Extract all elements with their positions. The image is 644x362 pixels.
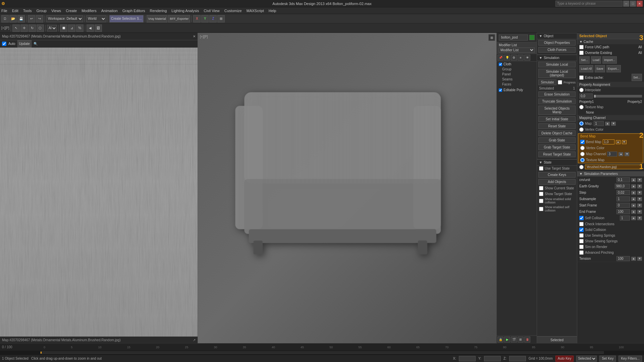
workspace-select[interactable]: Workspace: Default <box>46 15 83 22</box>
use-target-state-cb[interactable] <box>539 166 543 171</box>
key-filter-select[interactable]: Selected <box>576 356 597 362</box>
load-btn[interactable]: Load <box>591 56 601 64</box>
add-objects-btn[interactable]: Add Objects <box>538 179 576 185</box>
map-up-btn[interactable]: ▲ <box>605 122 610 126</box>
menu-create[interactable]: Create <box>66 9 77 13</box>
tension-value[interactable] <box>616 256 630 261</box>
select-object-btn[interactable]: ↖ <box>12 24 20 32</box>
truncate-sim-btn[interactable]: Truncate Simulation <box>538 99 576 104</box>
show-current-state-cb[interactable] <box>539 186 543 190</box>
sc-up[interactable]: ▲ <box>631 216 636 220</box>
map-channel2-radio[interactable] <box>580 152 585 156</box>
object-name-input[interactable] <box>499 35 528 41</box>
color-swatch[interactable] <box>529 35 535 40</box>
gravity-value[interactable] <box>615 184 630 189</box>
simulate-btn[interactable]: Simulate <box>538 79 556 85</box>
set2-btn[interactable]: Set... <box>632 74 642 81</box>
bend-map-title[interactable]: Bend Map <box>578 134 643 139</box>
show-icon[interactable]: 👁 <box>524 55 530 61</box>
texture-footer-icon[interactable]: ↗ <box>193 338 196 342</box>
mch-down-btn[interactable]: ▼ <box>625 152 629 156</box>
bend-map-cb[interactable] <box>580 140 585 144</box>
property-assignment-title[interactable]: Property Assignment <box>577 82 644 87</box>
step-down[interactable]: ▼ <box>637 191 642 195</box>
show-solid-cb[interactable] <box>539 199 543 203</box>
collapse-icon[interactable]: ▼ <box>539 34 542 38</box>
interpolate-value[interactable] <box>579 94 593 99</box>
enable-icon[interactable]: ▶ <box>504 337 510 343</box>
sub-down[interactable]: ▼ <box>637 197 642 201</box>
vp-maximize-btn[interactable]: ⊞ <box>488 34 495 41</box>
menu-views[interactable]: Views <box>51 9 61 13</box>
menu-group[interactable]: Group <box>36 9 47 13</box>
set-btn[interactable]: Set... <box>579 56 590 64</box>
simulate-local-damped-btn[interactable]: Simulate Local (damped) <box>538 69 576 78</box>
erase-sim-btn[interactable]: Erase Simulation <box>538 92 576 97</box>
start-value[interactable] <box>616 203 630 208</box>
map-value-input[interactable] <box>594 121 604 126</box>
edpoly-visibility[interactable] <box>499 88 502 92</box>
render-btn[interactable]: ◀ <box>87 24 94 32</box>
adv-pinch-cb[interactable] <box>579 250 584 255</box>
render-setup-btn[interactable]: 🖼 <box>95 24 102 32</box>
menu-edit[interactable]: Edit <box>12 9 18 13</box>
cm-down[interactable]: ▼ <box>637 178 642 182</box>
menu-maxscript[interactable]: MAXScript <box>247 9 264 13</box>
sim-on-render-cb[interactable] <box>579 245 584 249</box>
light-icon[interactable]: 💡 <box>504 55 510 61</box>
lock-icon[interactable]: 🔒 <box>497 337 503 343</box>
export-btn[interactable]: Export... <box>606 65 621 72</box>
bend-map-value[interactable] <box>603 139 614 144</box>
show-sewing-cb[interactable] <box>579 239 584 243</box>
move-btn[interactable]: ✛ <box>20 24 28 32</box>
z-coord-input[interactable] <box>509 356 526 361</box>
menu-file[interactable]: File <box>1 9 7 13</box>
map-down-btn[interactable]: ▼ <box>611 122 616 126</box>
self-collision-cb[interactable] <box>579 216 584 220</box>
undo-btn[interactable]: ↩ <box>28 15 35 22</box>
cloth-forces-btn[interactable]: Cloth Forces <box>538 47 576 53</box>
mch-up-btn[interactable]: ▲ <box>619 152 623 156</box>
x-axis-btn[interactable]: X <box>193 15 201 22</box>
update-btn[interactable]: Update <box>17 40 32 48</box>
bff-exporter-btn[interactable]: BFF_Exporter <box>168 15 190 22</box>
menu-civil-view[interactable]: Civil View <box>204 9 219 13</box>
sim-params-title[interactable]: ▼ Simulation Parameters <box>577 171 644 177</box>
cm-up[interactable]: ▲ <box>631 178 636 182</box>
texture-map2-radio[interactable] <box>580 158 585 162</box>
modifier-faces[interactable]: Faces <box>497 82 537 87</box>
menu-lighting[interactable]: Lighting Analysis <box>171 9 199 13</box>
vray-material-btn[interactable]: Vray Material <box>147 15 168 22</box>
rotate-btn[interactable]: ↻ <box>29 24 36 32</box>
modifier-group[interactable]: Group <box>497 67 537 72</box>
y-coord-input[interactable] <box>484 356 501 361</box>
open-btn[interactable]: 📂 <box>9 15 17 22</box>
progress-checkbox[interactable] <box>558 80 562 84</box>
self-col-value[interactable] <box>620 216 630 221</box>
sf-down[interactable]: ▼ <box>637 203 642 207</box>
select-btn[interactable]: Create Selection S... <box>109 15 144 22</box>
config-icon[interactable]: ⚙ <box>511 55 517 61</box>
modifier-cloth[interactable]: Cloth <box>497 62 537 67</box>
interpolate-radio[interactable] <box>579 88 584 92</box>
grav-down[interactable]: ▼ <box>637 184 642 188</box>
load-all-btn[interactable]: Load All <box>579 65 593 72</box>
modifier-panel[interactable]: Panel <box>497 72 537 77</box>
vertex-color2-radio[interactable] <box>580 146 585 150</box>
render-icon[interactable]: 🎬 <box>511 337 517 343</box>
bend-down-btn[interactable]: ▼ <box>622 140 627 144</box>
delete-object-cache-btn[interactable]: Delete Object Cache <box>538 130 576 136</box>
sc-down[interactable]: ▼ <box>637 216 642 220</box>
search-bar[interactable]: Type a keyword or phrase <box>555 1 623 7</box>
use-sewing-cb[interactable] <box>579 233 584 238</box>
auto-checkbox[interactable] <box>2 42 6 46</box>
brushed-value[interactable]: \Brushed.Random.jpg) <box>585 165 642 169</box>
x-coord-input[interactable] <box>459 356 476 361</box>
timeline-slider[interactable] <box>40 351 604 354</box>
grav-up[interactable]: ▲ <box>631 184 636 188</box>
ef-up[interactable]: ▲ <box>631 210 636 214</box>
simulate-local-btn[interactable]: Simulate Local <box>538 62 576 67</box>
create-keys-btn[interactable]: Create Keys <box>538 172 576 178</box>
z-axis-btn[interactable]: Z <box>209 15 217 22</box>
cm-value[interactable] <box>616 177 630 182</box>
